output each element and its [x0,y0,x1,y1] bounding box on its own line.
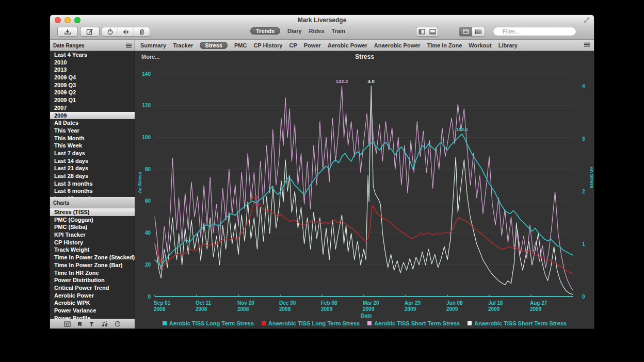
legend-swatch [262,321,266,325]
svg-text:2008: 2008 [196,306,207,312]
calendar-icon[interactable] [64,321,71,327]
chart-item[interactable]: Critical Power Trend [50,284,135,292]
trash-icon [139,28,145,35]
bookmark-icon[interactable] [77,321,82,327]
split-button[interactable] [118,27,134,36]
chart-item[interactable]: KPI Tracker [50,231,135,239]
view-tab[interactable]: Rides [309,28,325,34]
svg-text:140: 140 [142,71,151,77]
bottombar-toggle-icon [429,29,436,35]
view-tab[interactable]: Trends [250,27,280,35]
svg-text:2009: 2009 [321,306,333,312]
date-range-item[interactable]: 2009 Q4 [50,74,135,81]
svg-text:2009: 2009 [405,306,416,312]
date-range-item[interactable]: This Month [50,135,135,142]
funnel-icon[interactable] [89,321,94,327]
view-tab[interactable]: Train [332,28,345,34]
date-range-item[interactable]: Last 28 days [50,172,135,180]
date-range-item[interactable]: Last 3 months [50,180,135,188]
tiled-view-button[interactable] [472,27,485,36]
date-range-item[interactable]: This Year [50,127,135,135]
trends-tab[interactable]: Workout [469,42,491,48]
stopwatch-button[interactable] [102,27,118,36]
date-range-item[interactable]: 2010 [50,59,135,67]
legend-swatch [163,321,167,325]
date-range-item[interactable]: 2009 Q3 [50,81,135,89]
trends-tab[interactable]: Power [304,42,321,48]
panel-toggles [416,27,438,37]
trends-tab[interactable]: Summary [140,42,166,48]
import-icon [64,28,71,35]
date-range-item[interactable]: 2009 Q2 [50,89,135,96]
stopwatch-icon [107,28,114,35]
expand-icon[interactable] [584,17,590,23]
date-range-item[interactable]: 2009 Q1 [50,96,135,104]
main-toolbar: TrendsDiaryRidesTrain [50,25,594,40]
chart-item[interactable]: Time In HR Zone [50,269,135,277]
tabbed-view-button[interactable] [459,27,472,36]
edit-button[interactable] [80,27,100,37]
filter-input[interactable] [502,28,577,35]
view-switcher: TrendsDiaryRidesTrain [250,27,345,35]
svg-text:2009: 2009 [363,306,375,312]
chart-item[interactable]: Time In Power Zone (Stacked) [50,254,135,261]
menu-icon[interactable] [126,43,132,48]
trends-tab[interactable]: Aerobic Power [328,42,367,48]
view-tab[interactable]: Diary [287,28,302,34]
date-range-item[interactable]: Last 4 Years [50,51,135,59]
chart-item[interactable]: Power Profile [50,315,135,319]
chart-item[interactable]: Power Distribution [50,276,135,284]
date-range-item[interactable]: Last 7 days [50,150,135,157]
date-range-item[interactable]: This Week [50,142,135,150]
svg-text:Date: Date [361,313,372,319]
trends-tab-bar: SummaryTrackerStressPMCCP HistoryCPPower… [135,40,594,51]
date-range-item[interactable]: All Dates [50,119,135,127]
svg-text:2009: 2009 [446,306,458,312]
date-range-item[interactable]: 2013 [50,66,135,74]
gauge-icon[interactable] [115,321,121,327]
date-range-item[interactable]: 2009 [50,112,135,120]
date-range-item[interactable]: Last 21 days [50,164,135,172]
date-range-item[interactable]: 2007 [50,104,135,112]
chart-item[interactable]: Power Variance [50,307,135,315]
chart-menu-icon[interactable] [584,42,590,47]
delete-button[interactable] [134,27,150,36]
trends-tab[interactable]: CP History [253,42,282,48]
trends-tab[interactable]: CP [289,42,297,48]
minimize-button[interactable] [65,17,71,23]
chart-item[interactable]: Time In Power Zone (Bar) [50,261,135,269]
date-range-item[interactable]: Last 6 months [50,187,135,195]
svg-text:2: 2 [582,189,585,194]
legend-item: Anaerobic TISS Long Term Stress [262,320,360,326]
svg-text:2008: 2008 [237,306,249,312]
chart-item[interactable]: Stress (TISS) [50,208,135,216]
sidebar-toggle-button[interactable] [416,27,427,36]
close-button[interactable] [55,17,61,23]
bars-icon[interactable] [101,321,108,327]
trends-tab[interactable]: Stress [200,42,228,49]
trends-tab[interactable]: PMC [234,42,247,48]
legend-label: Aerobic TISS Long Term Stress [169,320,254,326]
chart-item[interactable]: Aerobic WPK [50,299,135,307]
window-title: Mark Liversedge [298,17,347,24]
svg-text:Nov 20: Nov 20 [237,300,254,306]
svg-text:100: 100 [142,135,151,140]
trends-tab[interactable]: Library [498,42,518,48]
bottombar-toggle-button[interactable] [427,27,438,36]
chart-item[interactable]: PMC (Skiba) [50,223,135,231]
filter-field[interactable] [493,27,576,36]
date-range-item[interactable]: Last 14 days [50,157,135,165]
trends-tab[interactable]: Time In Zone [427,42,462,48]
trends-tab[interactable]: Tracker [173,42,193,48]
chart-item[interactable]: Track Weight [50,246,135,254]
trends-tab[interactable]: Anaerobic Power [374,42,421,48]
stress-chart: Sep 012008Oct 112008Nov 202008Dec 302008… [135,51,594,321]
svg-text:120: 120 [142,103,151,108]
chart-item[interactable]: PMC (Coggan) [50,216,135,224]
chart-item[interactable]: Aerobic Power [50,292,135,300]
svg-text:80: 80 [145,167,151,172]
svg-text:Feb 08: Feb 08 [321,300,337,306]
import-button[interactable] [57,27,78,37]
chart-item[interactable]: CP History [50,239,135,246]
zoom-button[interactable] [74,17,81,23]
